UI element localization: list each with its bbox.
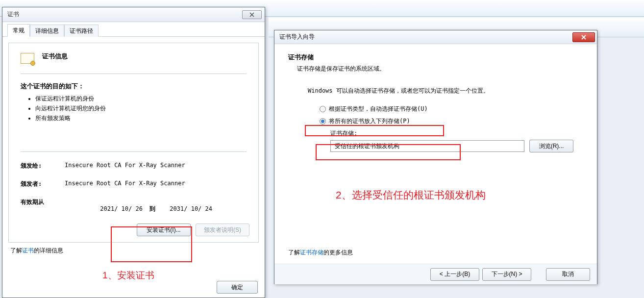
cert-learn-more: 了解证书的详细信息 <box>10 247 257 255</box>
radio-auto-label: 根据证书类型，自动选择证书存储(U) <box>329 105 428 113</box>
tab-path[interactable]: 证书路径 <box>64 25 99 37</box>
wizard-footer: < 上一步(B) 下一步(N) > 取消 <box>274 264 597 284</box>
cert-footer: 确定 <box>217 281 258 294</box>
valid-from: 2021/ 10/ 26 <box>100 205 143 212</box>
radio-place-row[interactable]: 将所有的证书放入下列存储(P) <box>320 117 583 125</box>
issuer-statement-button: 颁发者说明(S) <box>196 224 249 236</box>
radio-place-label: 将所有的证书放入下列存储(P) <box>329 117 410 125</box>
browse-button[interactable]: 浏览(R)... <box>529 140 573 152</box>
wizard-learn-more: 了解证书存储的更多信息 <box>288 248 353 257</box>
validity-label: 有效期从 <box>21 198 65 220</box>
cert-tab-strip: 常规 详细信息 证书路径 <box>2 22 265 37</box>
issued-to-row: 颁发给: Insecure Root CA For X-Ray Scanner <box>21 162 247 170</box>
wizard-titlebar[interactable]: 证书导入向导 <box>274 30 597 44</box>
annotation-text-step1: 1、安装证书 <box>102 269 154 282</box>
wizard-dialog: 证书导入向导 证书存储 证书存储是保存证书的系统区域。 Windows 可以自动… <box>274 30 597 284</box>
cert-dialog-title: 证书 <box>7 10 242 19</box>
wizard-back-button[interactable]: < 上一步(B) <box>430 268 479 281</box>
issued-by-row: 颁发者: Insecure Root CA For X-Ray Scanner <box>21 180 247 188</box>
wizard-next-button[interactable]: 下一步(N) > <box>482 268 531 281</box>
cert-info-panel: 证书信息 这个证书的目的如下： 保证远程计算机的身份 向远程计算机证明您的身份 … <box>8 43 259 243</box>
cert-purpose-list: 保证远程计算机的身份 向远程计算机证明您的身份 所有颁发策略 <box>35 95 247 123</box>
divider <box>21 74 247 74</box>
cert-action-row: 安装证书(I)... 颁发者说明(S) <box>137 224 249 236</box>
wizard-instruction: Windows 可以自动选择证书存储，或者您可以为证书指定一个位置。 <box>308 87 583 95</box>
cert-close-button[interactable] <box>242 10 262 19</box>
store-subsection: 证书存储: 受信任的根证书颁发机构 浏览(R)... <box>330 129 583 152</box>
store-input[interactable]: 受信任的根证书颁发机构 <box>330 140 524 152</box>
wizard-body: 证书存储 证书存储是保存证书的系统区域。 Windows 可以自动选择证书存储，… <box>274 44 597 264</box>
valid-to-word: 到 <box>149 205 155 212</box>
cert-purpose-item: 保证远程计算机的身份 <box>35 95 247 103</box>
install-cert-button[interactable]: 安装证书(I)... <box>137 224 191 236</box>
valid-to: 2031/ 10/ 24 <box>170 205 212 212</box>
learn-prefix: 了解 <box>10 247 22 254</box>
wizard-title: 证书导入向导 <box>279 33 572 41</box>
issued-to-value: Insecure Root CA For X-Ray Scanner <box>65 162 247 170</box>
cert-purpose-item: 向远程计算机证明您的身份 <box>35 104 247 113</box>
cert-titlebar[interactable]: 证书 <box>2 7 265 22</box>
validity-row: 有效期从 2021/ 10/ 26 到 2031/ 10/ 24 <box>21 198 247 220</box>
tab-details[interactable]: 详细信息 <box>30 25 64 37</box>
issued-by-label: 颁发者: <box>21 180 65 188</box>
wizard-heading: 证书存储 <box>288 53 583 62</box>
cert-tab-body: 证书信息 这个证书的目的如下： 保证远程计算机的身份 向远程计算机证明您的身份 … <box>2 37 265 261</box>
close-icon <box>249 12 254 17</box>
cert-learn-link[interactable]: 证书 <box>22 247 34 254</box>
wizard-cancel-button[interactable]: 取消 <box>546 268 590 281</box>
radio-auto[interactable] <box>320 106 326 112</box>
wizard-subtext: 证书存储是保存证书的系统区域。 <box>297 65 583 73</box>
validity-value: 2021/ 10/ 26 到 2031/ 10/ 24 <box>65 198 247 220</box>
learn-suffix: 的详细信息 <box>34 247 63 254</box>
issued-by-value: Insecure Root CA For X-Ray Scanner <box>65 180 247 188</box>
wizard-close-button[interactable] <box>572 32 595 42</box>
certificate-icon <box>21 52 36 66</box>
cert-purpose-title: 这个证书的目的如下： <box>21 82 247 91</box>
learn-prefix: 了解 <box>288 249 300 256</box>
store-label: 证书存储: <box>330 129 583 138</box>
wizard-learn-link[interactable]: 证书存储 <box>300 249 323 256</box>
divider <box>21 151 247 152</box>
wizard-radio-group: 根据证书类型，自动选择证书存储(U) 将所有的证书放入下列存储(P) <box>320 105 583 125</box>
tab-general[interactable]: 常规 <box>7 24 30 37</box>
cert-purpose-item: 所有颁发策略 <box>35 114 247 123</box>
learn-suffix: 的更多信息 <box>323 249 353 256</box>
cert-ok-button[interactable]: 确定 <box>217 281 258 294</box>
close-icon <box>581 35 587 40</box>
store-input-value: 受信任的根证书颁发机构 <box>335 142 399 150</box>
radio-place[interactable] <box>320 118 326 124</box>
cert-info-title: 证书信息 <box>42 52 68 61</box>
certificate-dialog: 证书 常规 详细信息 证书路径 证书信息 这个证书的目的如下： 保证远程计算机的… <box>2 7 265 298</box>
radio-auto-row[interactable]: 根据证书类型，自动选择证书存储(U) <box>320 105 583 113</box>
issued-to-label: 颁发给: <box>21 162 65 170</box>
